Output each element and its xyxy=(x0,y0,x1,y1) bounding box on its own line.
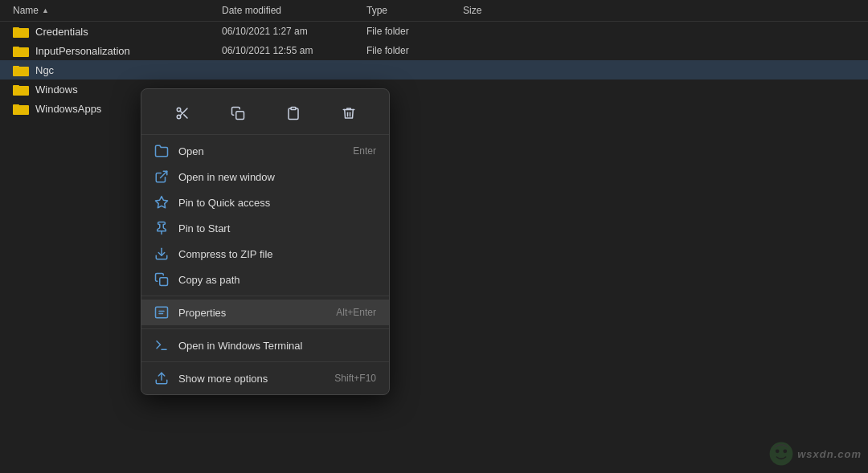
svg-rect-5 xyxy=(13,66,19,68)
col-name-label: Name xyxy=(13,5,39,16)
delete-button[interactable] xyxy=(334,99,363,128)
cut-button[interactable] xyxy=(168,99,197,128)
svg-rect-15 xyxy=(235,112,244,120)
menu-item-open-new-window-label: Open in new window xyxy=(178,171,366,183)
col-date-label: Date modified xyxy=(222,5,281,16)
svg-point-29 xyxy=(784,449,788,453)
folder-icon xyxy=(13,25,29,38)
folder-icon xyxy=(13,102,29,115)
svg-marker-18 xyxy=(156,197,168,208)
watermark-logo: wsxdn.com xyxy=(768,441,862,467)
menu-item-more-options-label: Show more options xyxy=(178,373,325,385)
paste-button[interactable] xyxy=(279,99,308,128)
copy-path-icon xyxy=(154,272,169,287)
svg-line-14 xyxy=(180,111,182,113)
svg-rect-21 xyxy=(160,278,168,286)
svg-line-17 xyxy=(161,171,167,177)
col-size-label: Size xyxy=(463,5,481,16)
watermark-text: wsxdn.com xyxy=(797,448,862,460)
sort-arrow-icon: ▲ xyxy=(42,6,49,14)
menu-item-copy-path-label: Copy as path xyxy=(178,274,376,286)
context-menu-toolbar xyxy=(141,92,389,135)
watermark-icon xyxy=(768,441,794,467)
file-rows: Credentials 06/10/2021 1:27 am File fold… xyxy=(0,22,868,473)
file-list-header: Name ▲ Date modified Type Size xyxy=(0,0,868,22)
file-name: Ngc xyxy=(35,64,222,76)
menu-item-open-shortcut: Enter xyxy=(353,145,376,157)
menu-item-compress-zip-label: Compress to ZIP file xyxy=(178,248,376,260)
menu-item-pin-start-label: Pin to Start xyxy=(178,222,376,234)
col-type-label: Type xyxy=(366,5,387,16)
context-menu-separator-2 xyxy=(141,328,389,329)
col-type-header[interactable]: Type xyxy=(366,5,463,16)
pin-start-icon xyxy=(154,221,169,235)
menu-item-open-terminal-label: Open in Windows Terminal xyxy=(178,340,376,352)
compress-zip-icon xyxy=(154,247,169,261)
folder-icon xyxy=(13,44,29,57)
table-row[interactable]: InputPersonalization 06/10/2021 12:55 am… xyxy=(0,41,868,60)
svg-point-27 xyxy=(770,442,793,466)
file-type: File folder xyxy=(366,26,463,37)
copy-button[interactable] xyxy=(223,99,252,128)
context-menu-separator xyxy=(141,296,389,296)
pin-quick-icon xyxy=(154,195,169,210)
svg-rect-9 xyxy=(13,104,19,107)
file-type: File folder xyxy=(366,45,463,56)
table-row[interactable]: Credentials 06/10/2021 1:27 am File fold… xyxy=(0,22,868,41)
menu-item-properties-shortcut: Alt+Enter xyxy=(336,307,376,318)
table-row[interactable]: WindowsApps xyxy=(0,99,868,118)
svg-line-13 xyxy=(183,115,186,118)
folder-icon xyxy=(13,83,29,96)
properties-icon xyxy=(154,305,169,320)
svg-rect-3 xyxy=(13,47,19,49)
context-menu-separator-3 xyxy=(141,361,389,362)
menu-item-more-options-shortcut: Shift+F10 xyxy=(334,373,376,384)
col-date-header[interactable]: Date modified xyxy=(222,5,366,16)
menu-item-copy-path[interactable]: Copy as path xyxy=(141,267,389,292)
file-name: InputPersonalization xyxy=(35,45,222,57)
menu-item-open-label: Open xyxy=(178,145,343,157)
svg-rect-16 xyxy=(291,108,296,110)
menu-item-open-terminal[interactable]: Open in Windows Terminal xyxy=(141,332,389,358)
menu-item-properties-label: Properties xyxy=(178,307,326,319)
open-new-window-icon xyxy=(154,169,169,184)
file-explorer: Name ▲ Date modified Type Size Credentia… xyxy=(0,0,868,473)
menu-item-pin-quick[interactable]: Pin to Quick access xyxy=(141,190,389,215)
table-row[interactable]: Windows xyxy=(0,80,868,99)
file-date: 06/10/2021 12:55 am xyxy=(222,45,366,56)
svg-rect-7 xyxy=(13,85,19,88)
svg-rect-22 xyxy=(156,307,168,318)
file-date: 06/10/2021 1:27 am xyxy=(222,26,366,37)
menu-item-more-options[interactable]: Show more options Shift+F10 xyxy=(141,365,389,391)
watermark: wsxdn.com xyxy=(768,441,862,467)
table-row[interactable]: Ngc xyxy=(0,60,868,80)
menu-item-open-new-window[interactable]: Open in new window xyxy=(141,164,389,190)
menu-item-open[interactable]: Open Enter xyxy=(141,138,389,164)
more-options-icon xyxy=(154,371,169,385)
file-name: Credentials xyxy=(35,26,222,38)
folder-icon xyxy=(13,63,29,76)
terminal-icon xyxy=(154,338,169,353)
menu-item-properties[interactable]: Properties Alt+Enter xyxy=(141,300,389,325)
context-menu: Open Enter Open in new window Pin to Qui… xyxy=(141,88,390,395)
menu-item-compress-zip[interactable]: Compress to ZIP file xyxy=(141,241,389,267)
col-name-header[interactable]: Name ▲ xyxy=(13,5,222,16)
svg-rect-1 xyxy=(13,27,19,30)
menu-item-pin-quick-label: Pin to Quick access xyxy=(178,197,376,209)
col-size-header[interactable]: Size xyxy=(463,5,527,16)
menu-item-pin-start[interactable]: Pin to Start xyxy=(141,215,389,241)
open-icon xyxy=(154,144,169,158)
svg-point-28 xyxy=(776,449,780,453)
